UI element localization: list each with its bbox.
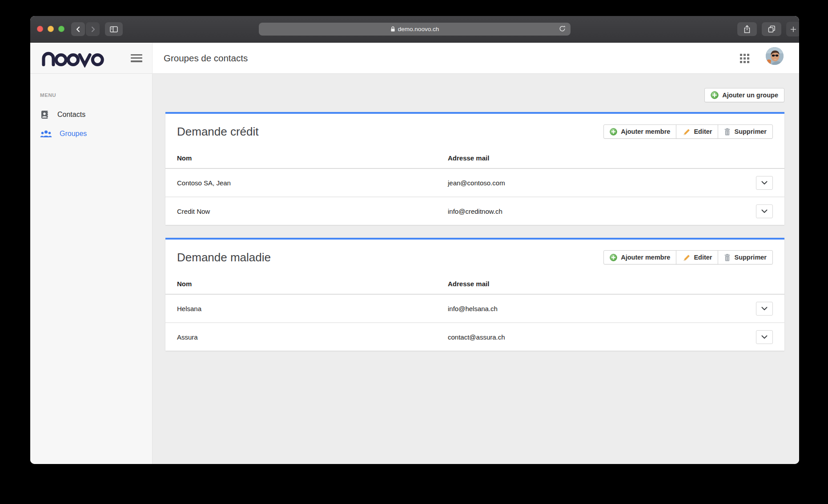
tab-overview-icon <box>768 25 776 33</box>
chevron-down-icon <box>761 307 768 311</box>
group-title: Demande crédit <box>177 125 259 139</box>
chevron-down-icon <box>761 209 768 213</box>
apps-grid-button[interactable] <box>740 54 749 63</box>
add-group-label: Ajouter un groupe <box>722 92 778 99</box>
sidebar-toggle-button[interactable] <box>105 22 123 36</box>
table-row: Helsana info@helsana.ch <box>165 295 784 323</box>
add-group-button[interactable]: Ajouter un groupe <box>704 88 784 102</box>
column-header-mail: Adresse mail <box>448 280 773 288</box>
delete-group-button[interactable]: Supprimer <box>718 124 773 139</box>
row-dropdown-button[interactable] <box>756 330 773 344</box>
table-row: Contoso SA, Jean jean@contoso.com <box>165 169 784 197</box>
url-text: demo.noovo.ch <box>398 26 439 32</box>
cell-mail: jean@contoso.com <box>448 179 756 187</box>
noovo-logo <box>40 48 107 68</box>
share-button[interactable] <box>737 22 757 36</box>
contacts-book-icon <box>40 110 50 120</box>
row-dropdown-button[interactable] <box>756 176 773 190</box>
add-member-label: Ajouter membre <box>621 128 670 135</box>
cell-mail: info@creditnow.ch <box>448 208 756 215</box>
browser-titlebar: demo.noovo.ch <box>30 16 799 43</box>
add-member-button[interactable]: Ajouter membre <box>603 250 676 264</box>
sidebar-item-contacts[interactable]: Contacts <box>30 105 152 124</box>
chevron-right-icon <box>89 26 96 33</box>
group-actions: Ajouter membre Editer Supp <box>603 124 773 139</box>
reload-button[interactable] <box>558 24 567 34</box>
sidebar: MENU Contacts <box>30 74 153 464</box>
forward-button[interactable] <box>86 22 100 36</box>
edit-label: Editer <box>694 128 712 135</box>
group-card-demande-maladie: Demande maladie Ajouter membre <box>165 238 784 351</box>
reload-icon <box>559 25 566 32</box>
chevron-left-icon <box>75 26 82 33</box>
chevron-down-icon <box>761 181 768 185</box>
edit-group-button[interactable]: Editer <box>676 124 718 139</box>
pencil-icon <box>682 128 690 136</box>
column-header-nom: Nom <box>177 280 448 288</box>
trash-icon <box>724 254 731 261</box>
page-title: Groupes de contacts <box>164 53 248 64</box>
group-title: Demande maladie <box>177 251 271 264</box>
app-header: Groupes de contacts <box>153 43 799 74</box>
trash-icon <box>724 128 731 136</box>
delete-label: Supprimer <box>734 254 767 261</box>
group-actions: Ajouter membre Editer Supp <box>603 250 773 264</box>
app-top-strip: Groupes de contacts <box>30 43 799 74</box>
apps-grid-icon <box>740 54 749 63</box>
edit-label: Editer <box>694 254 712 261</box>
sidebar-item-groupes[interactable]: Groupes <box>30 124 152 143</box>
cell-nom: Contoso SA, Jean <box>177 179 448 187</box>
close-window-button[interactable] <box>37 26 43 32</box>
cell-nom: Credit Now <box>177 208 448 215</box>
new-tab-button[interactable] <box>786 22 799 36</box>
cell-nom: Helsana <box>177 305 448 312</box>
people-group-icon <box>40 129 52 138</box>
minimize-window-button[interactable] <box>48 26 54 32</box>
table-header: Nom Adresse mail <box>165 148 784 169</box>
back-button[interactable] <box>71 22 85 36</box>
address-bar[interactable]: demo.noovo.ch <box>259 23 571 36</box>
hamburger-menu-button[interactable] <box>131 54 142 62</box>
add-member-button[interactable]: Ajouter membre <box>603 124 676 139</box>
row-dropdown-button[interactable] <box>756 204 773 218</box>
new-tab-plus-icon <box>790 26 797 33</box>
cell-mail: contact@assura.ch <box>448 333 756 341</box>
zoom-window-button[interactable] <box>58 26 64 32</box>
chevron-down-icon <box>761 335 768 339</box>
add-circle-icon <box>711 91 719 99</box>
lock-icon <box>390 26 395 32</box>
share-icon <box>743 25 751 34</box>
table-row: Assura contact@assura.ch <box>165 323 784 351</box>
group-card-demande-credit: Demande crédit Ajouter membre <box>165 112 784 225</box>
column-header-mail: Adresse mail <box>448 154 773 162</box>
table-header: Nom Adresse mail <box>165 273 784 295</box>
table-row: Credit Now info@creditnow.ch <box>165 197 784 225</box>
sidebar-section-label: MENU <box>40 92 152 98</box>
cell-mail: info@helsana.ch <box>448 305 756 312</box>
delete-group-button[interactable]: Supprimer <box>718 250 773 264</box>
edit-group-button[interactable]: Editer <box>676 250 718 264</box>
row-dropdown-button[interactable] <box>756 302 773 316</box>
tab-overview-button[interactable] <box>762 22 781 36</box>
logo-area <box>30 43 153 74</box>
add-circle-icon <box>610 128 617 136</box>
delete-label: Supprimer <box>734 128 767 135</box>
sidebar-item-label: Contacts <box>57 111 85 119</box>
cell-nom: Assura <box>177 333 448 341</box>
add-circle-icon <box>610 254 617 261</box>
sidebar-toggle-icon <box>109 25 118 33</box>
browser-window: demo.noovo.ch <box>30 16 799 464</box>
user-avatar[interactable] <box>766 47 784 65</box>
main-content: Ajouter un groupe Demande crédit Ajouter… <box>153 74 799 464</box>
pencil-icon <box>682 253 690 261</box>
column-header-nom: Nom <box>177 154 448 162</box>
window-controls <box>37 26 64 32</box>
add-member-label: Ajouter membre <box>621 254 670 261</box>
sidebar-item-label: Groupes <box>60 130 87 138</box>
